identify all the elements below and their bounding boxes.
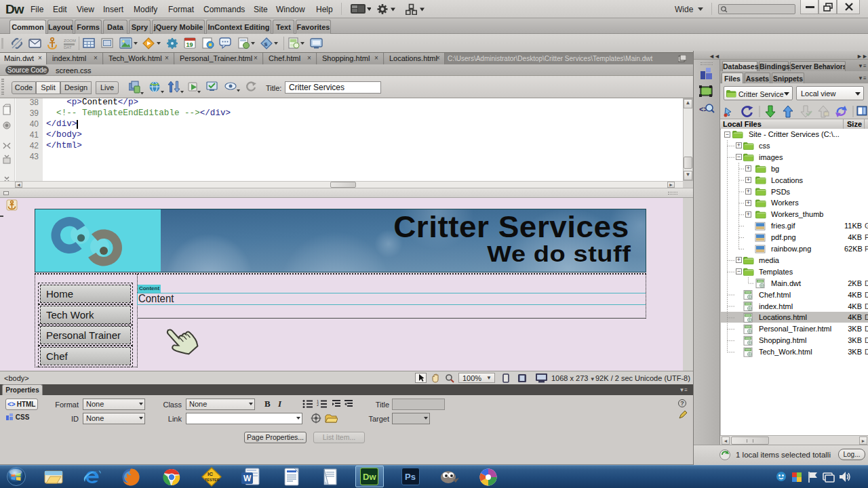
svg-text:W: W [243, 474, 252, 483]
svg-text:2: 2 [317, 403, 319, 407]
svg-text:s: s [264, 41, 268, 47]
svg-text:TESTER: TESTER [205, 478, 220, 482]
svg-text:19: 19 [186, 41, 193, 48]
svg-text:ZOOM: ZOOM [64, 39, 76, 43]
svg-text:DAT: DAT [64, 45, 72, 49]
svg-text:IC: IC [208, 471, 213, 477]
